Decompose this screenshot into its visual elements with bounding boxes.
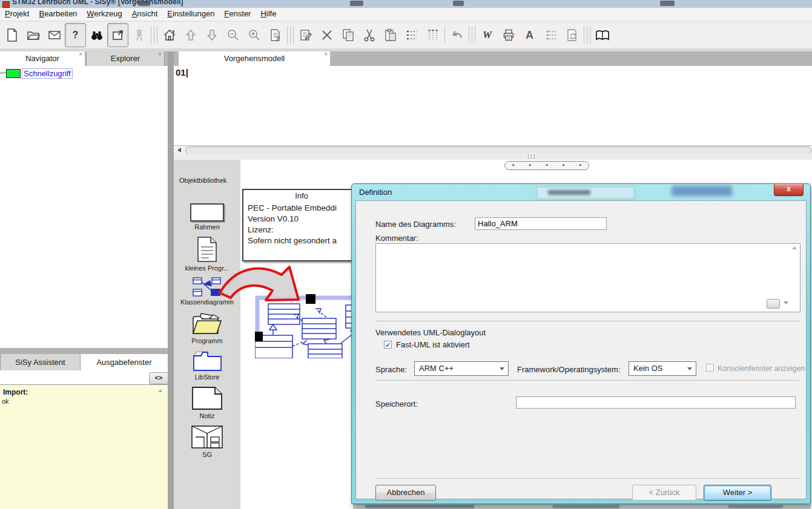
columns-button[interactable] <box>422 23 443 47</box>
import-list-icon <box>544 28 558 42</box>
language-label: Sprache: <box>375 365 407 374</box>
language-dropdown[interactable]: ARM C++ <box>414 361 509 376</box>
comment-textarea[interactable] <box>375 243 800 312</box>
panel-splitter[interactable] <box>168 51 174 509</box>
background-window-fragment <box>453 1 464 6</box>
tab-vorgehensmodell[interactable]: Vorgehensmodell × <box>179 51 330 66</box>
zoom-in-button[interactable] <box>243 23 265 47</box>
menu-item[interactable]: Fenster <box>219 8 256 19</box>
scroll-left-icon <box>177 148 181 153</box>
dialog-close-button[interactable]: x <box>774 184 804 196</box>
quick-access-node-icon[interactable] <box>6 69 21 78</box>
fast-uml-checkbox[interactable]: ✓ <box>384 341 392 349</box>
top-canvas[interactable]: 01| <box>174 66 812 145</box>
next-button[interactable]: Weiter > <box>704 485 771 501</box>
print-button[interactable] <box>498 23 519 47</box>
navigate-down-button[interactable] <box>201 23 222 47</box>
tab-close-icon[interactable]: × <box>158 51 162 57</box>
cancel-button[interactable]: Abbrechen <box>375 485 436 501</box>
back-button[interactable]: < Zurück <box>632 485 696 501</box>
tab-ausgabefenster[interactable]: Ausgabefenster <box>81 354 168 370</box>
chevron-down-icon <box>500 367 504 370</box>
drag-drop-arrow <box>216 261 319 322</box>
window-link-button[interactable] <box>107 23 128 47</box>
word-export-button[interactable]: W <box>477 23 498 47</box>
object-library-item[interactable]: Rahmen <box>174 203 240 231</box>
copy-button[interactable] <box>337 23 358 47</box>
tab-navigator[interactable]: Navigator × <box>0 51 85 66</box>
mail-icon <box>47 28 62 42</box>
open-folder-button[interactable] <box>22 23 44 47</box>
object-library-item[interactable]: Notiz <box>174 386 240 419</box>
bottom-panel-divider[interactable] <box>0 348 168 354</box>
textarea-scroll-up-icon[interactable] <box>792 246 797 249</box>
menu-item[interactable]: Einstellungen <box>162 8 219 19</box>
home-button[interactable] <box>159 23 180 47</box>
new-document-button[interactable] <box>1 23 22 47</box>
import-list-button[interactable] <box>540 23 561 47</box>
framework-dropdown[interactable]: Kein OS <box>629 361 696 376</box>
document-tabstrip: Vorgehensmodell × <box>174 51 812 66</box>
object-library-item[interactable]: LibStore <box>174 350 240 381</box>
refresh-document-button[interactable] <box>561 23 583 47</box>
refresh-document-icon <box>565 28 579 42</box>
lower-view-topstrip <box>174 154 812 160</box>
font-button[interactable]: A <box>519 23 540 47</box>
menu-item[interactable]: Hilfe <box>256 8 281 19</box>
view-splitter-handle[interactable]: ••••• <box>504 161 589 170</box>
comment-expand-button[interactable] <box>767 299 780 309</box>
paste-button[interactable] <box>380 23 401 47</box>
navigate-down-icon <box>205 28 219 42</box>
window-titlebar: STM32 Lehrbuch UML - SiSy® [Vorgehensmod… <box>0 0 812 8</box>
object-library-item-label: SG <box>202 451 212 458</box>
home-icon <box>162 28 177 42</box>
zoom-out-button[interactable] <box>222 23 243 47</box>
object-library-item[interactable]: SG <box>174 425 240 458</box>
help-button[interactable]: ? <box>65 23 86 47</box>
mail-button[interactable] <box>44 23 65 47</box>
console-window-checkbox[interactable] <box>706 364 714 372</box>
edit-properties-icon <box>299 28 313 42</box>
outline-list-button[interactable] <box>401 23 422 47</box>
menu-item[interactable]: Bearbeiten <box>34 8 82 19</box>
delete-button[interactable] <box>316 23 337 47</box>
tab-close-icon[interactable]: × <box>79 51 82 57</box>
location-input[interactable] <box>516 396 796 409</box>
comment-dropdown-icon[interactable] <box>784 301 788 304</box>
expand-output-button[interactable]: <> <box>149 372 168 384</box>
diagram-name-input[interactable] <box>475 217 607 230</box>
tab-close-icon[interactable]: × <box>324 51 328 57</box>
window-title: STM32 Lehrbuch UML - SiSy® [Vorgehensmod… <box>12 0 183 6</box>
tab-explorer[interactable]: Explorer × <box>86 51 165 66</box>
handbook-button[interactable] <box>592 23 613 47</box>
cut-button[interactable] <box>358 23 380 47</box>
object-library-item-label: LibStore <box>195 373 220 381</box>
tree-branch-line <box>0 73 6 73</box>
background-window-fragment <box>138 1 150 6</box>
undo-button[interactable] <box>446 23 467 47</box>
document-help-button[interactable]: ? <box>265 23 286 47</box>
word-icon: W <box>483 29 492 41</box>
framework-value: Kein OS <box>633 364 662 373</box>
console-window-label: Konsolenfenster anzeigen <box>718 364 805 373</box>
splitter-grip-icon[interactable] <box>527 154 536 160</box>
output-scroll-up-icon[interactable] <box>158 389 163 392</box>
left-tabstrip: Navigator × Explorer × <box>0 51 168 66</box>
menu-bar: ProjektBearbeitenWerkzeugAnsichtEinstell… <box>0 8 812 22</box>
person-button[interactable] <box>128 23 150 47</box>
menu-item[interactable]: Werkzeug <box>82 8 127 19</box>
tree-item-quick-access[interactable]: Schnellzugriff <box>22 68 73 79</box>
language-value: ARM C++ <box>419 364 454 373</box>
document-help-icon: ? <box>268 28 283 42</box>
libstore-folder-icon <box>191 350 223 372</box>
cut-scissors-icon <box>362 28 377 42</box>
menu-item[interactable]: Ansicht <box>127 8 163 19</box>
tab-sisy-assistent[interactable]: SiSy Assistent <box>0 354 81 370</box>
navigate-up-button[interactable] <box>180 23 201 47</box>
info-box[interactable]: Info PEC - Portable EmbeddiVersion V0.10… <box>242 189 361 261</box>
edit-properties-button[interactable] <box>295 23 316 47</box>
scroll-left-button[interactable] <box>175 147 183 153</box>
undo-icon <box>450 28 464 42</box>
search-button[interactable] <box>86 23 107 47</box>
menu-item[interactable]: Projekt <box>0 8 34 19</box>
